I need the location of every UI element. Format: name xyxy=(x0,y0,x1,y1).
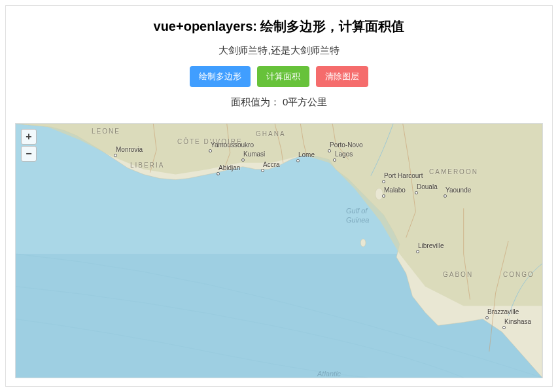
country-label: CAMEROON xyxy=(429,168,478,175)
city-dot xyxy=(382,194,385,198)
area-result: 面积值为： 0平方公里 xyxy=(6,96,552,109)
water-label: Atlantic xyxy=(317,370,341,378)
city-dot xyxy=(485,316,489,319)
country-label: CONGO xyxy=(503,271,534,278)
city-label: Port Harcourt xyxy=(384,172,423,179)
zoom-in-button[interactable]: + xyxy=(21,129,37,145)
city-label: Lagos xyxy=(335,151,353,158)
city-label: Yamoussoukro xyxy=(211,141,254,149)
city-dot xyxy=(382,180,385,183)
svg-point-3 xyxy=(360,239,366,247)
header: vue+openlayers: 绘制多边形，计算面积值 大剑师兰特,还是大剑师兰… xyxy=(6,6,552,123)
city-label: Libreville xyxy=(418,242,444,249)
clear-layer-button[interactable]: 清除图层 xyxy=(316,66,368,87)
map-viewport[interactable]: + − xyxy=(15,123,543,378)
city-label: Douala xyxy=(417,183,438,190)
country-label: LEONE xyxy=(92,128,120,135)
city-dot xyxy=(415,191,418,194)
country-label: LIBERIA xyxy=(130,162,164,169)
page-subtitle: 大剑师兰特,还是大剑师兰特 xyxy=(6,45,552,57)
zoom-out-button[interactable]: − xyxy=(21,146,37,162)
city-label: Brazzaville xyxy=(487,308,519,315)
app-container: vue+openlayers: 绘制多边形，计算面积值 大剑师兰特,还是大剑师兰… xyxy=(5,5,553,387)
city-dot xyxy=(444,194,447,198)
city-label: Accra xyxy=(263,161,280,168)
city-label: Lome xyxy=(298,151,315,158)
draw-polygon-button[interactable]: 绘制多边形 xyxy=(190,66,251,87)
city-dot xyxy=(241,158,245,162)
svg-point-2 xyxy=(375,188,383,200)
area-label: 面积值为： xyxy=(231,96,280,107)
city-label: Malabo xyxy=(384,187,406,194)
city-dot xyxy=(114,154,117,157)
city-dot xyxy=(502,326,506,329)
page-title: vue+openlayers: 绘制多边形，计算面积值 xyxy=(6,18,552,35)
area-value: 0平方公里 xyxy=(283,96,327,107)
city-dot xyxy=(261,169,264,172)
city-dot xyxy=(333,158,336,162)
country-label: GABON xyxy=(443,271,473,278)
city-dot xyxy=(217,172,220,175)
city-label: Yaounde xyxy=(445,187,471,194)
water-label: Guinea xyxy=(346,216,369,224)
country-label: GHANA xyxy=(256,130,286,137)
city-dot xyxy=(209,149,212,152)
calculate-area-button[interactable]: 计算面积 xyxy=(257,66,309,87)
water-label: Gulf of xyxy=(346,207,367,215)
city-dot xyxy=(328,149,331,152)
button-bar: 绘制多边形 计算面积 清除图层 xyxy=(6,66,552,87)
city-label: Kinshasa xyxy=(504,318,531,325)
city-label: Abidjan xyxy=(218,164,240,171)
zoom-controls: + − xyxy=(21,129,37,163)
city-dot xyxy=(416,250,419,253)
city-dot xyxy=(296,159,300,162)
city-label: Porto-Novo xyxy=(330,141,363,149)
city-label: Kumasi xyxy=(243,151,265,158)
city-label: Monrovia xyxy=(116,146,143,153)
